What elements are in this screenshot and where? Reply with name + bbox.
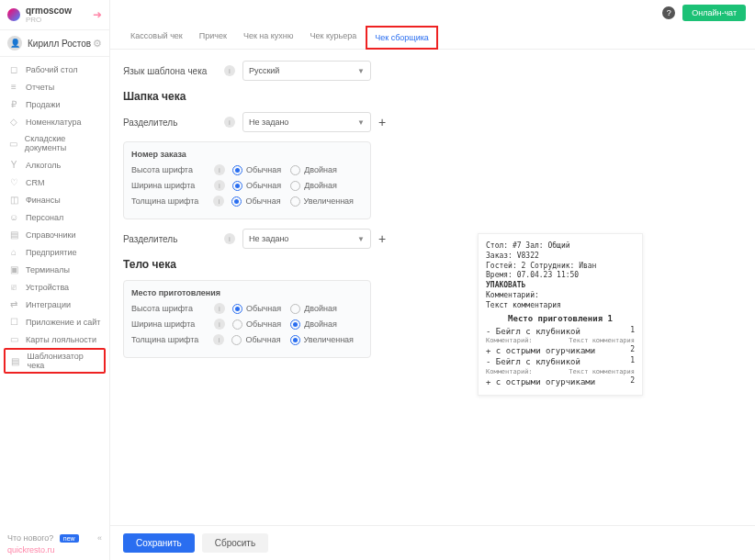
nav-icon: ⎚: [7, 282, 20, 292]
sidebar-item-9[interactable]: ▤Справочники: [0, 226, 109, 243]
nav-label: Складские документы: [25, 134, 102, 152]
sep-label: Разделитель: [123, 234, 224, 244]
sidebar-item-1[interactable]: ≡Отчеты: [0, 78, 109, 95]
org-sub: PRO: [26, 16, 93, 24]
tab-3[interactable]: Чек курьера: [303, 26, 365, 49]
radio-w-double[interactable]: Двойная: [290, 181, 337, 191]
info-icon[interactable]: i: [224, 65, 235, 76]
tab-0[interactable]: Кассовый чек: [123, 26, 190, 49]
radio-w-normal[interactable]: Обычная: [232, 181, 281, 191]
nav-icon: ◫: [7, 195, 20, 205]
sidebar: qrmoscow PRO ➜ 👤 Кирилл Ростов ⚙ ◻Рабочи…: [0, 0, 110, 560]
sidebar-item-13[interactable]: ⇄Интеграции: [0, 296, 109, 313]
nav-icon: ▭: [7, 334, 20, 344]
info-icon[interactable]: i: [214, 180, 225, 191]
domain-link[interactable]: quickresto.ru: [7, 545, 102, 554]
info-icon[interactable]: i: [214, 164, 225, 175]
radio-t-normal[interactable]: Обычная: [231, 335, 280, 345]
radio-h-normal[interactable]: Обычная: [232, 304, 281, 314]
add-separator-button[interactable]: +: [378, 231, 386, 246]
save-button[interactable]: Сохранить: [123, 533, 195, 553]
separator-select-1[interactable]: Не задано ▼: [242, 112, 371, 132]
nav-label: Отчеты: [26, 83, 54, 92]
sidebar-item-0[interactable]: ◻Рабочий стол: [0, 61, 109, 78]
sidebar-item-10[interactable]: ⌂Предприятие: [0, 243, 109, 261]
sidebar-item-14[interactable]: ☐Приложение и сайт: [0, 313, 109, 330]
radio-t-normal[interactable]: Обычная: [231, 196, 280, 207]
sidebar-item-4[interactable]: ▭Складские документы: [0, 130, 109, 156]
help-icon[interactable]: ?: [662, 6, 675, 19]
radio-dot-icon: [232, 181, 242, 191]
radio-dot-icon: [290, 196, 300, 207]
sidebar-item-6[interactable]: ♡CRM: [0, 174, 109, 191]
nav-label: Алкоголь: [26, 161, 61, 170]
sidebar-item-15[interactable]: ▭Карты лояльности: [0, 330, 109, 348]
info-icon[interactable]: i: [214, 319, 225, 330]
nav-icon: ☐: [7, 317, 20, 327]
radio-h-double[interactable]: Двойная: [290, 165, 337, 175]
radio-w-double[interactable]: Двойная: [290, 319, 337, 330]
add-separator-button[interactable]: +: [378, 115, 386, 129]
nav-icon: ◇: [7, 117, 20, 127]
tab-4[interactable]: Чек сборщика: [366, 26, 438, 50]
tab-2[interactable]: Чек на кухню: [236, 26, 301, 49]
nav-icon: ▤: [9, 356, 21, 366]
nav-icon: ▣: [7, 264, 20, 274]
nav-icon: ⌂: [7, 247, 20, 257]
sidebar-item-16[interactable]: ▤Шаблонизатор чека: [4, 348, 106, 374]
group-title: Номер заказа: [131, 150, 363, 159]
sidebar-item-2[interactable]: ₽Продажи: [0, 95, 109, 113]
whats-new-link[interactable]: Что нового?: [7, 533, 53, 543]
header-title: Шапка чека: [123, 90, 742, 103]
caret-down-icon: ▼: [357, 67, 365, 75]
nav-label: Номенклатура: [26, 118, 81, 127]
exit-icon[interactable]: ➜: [93, 8, 102, 21]
nav-icon: ⇄: [7, 299, 20, 309]
user-block[interactable]: 👤 Кирилл Ростов ⚙: [0, 30, 109, 57]
online-chat-button[interactable]: Онлайн-чат: [682, 5, 746, 21]
opt-label: Толщина шрифта: [131, 196, 213, 206]
radio-h-double[interactable]: Двойная: [290, 304, 337, 314]
gear-icon[interactable]: ⚙: [93, 38, 102, 50]
sidebar-item-11[interactable]: ▣Терминалы: [0, 261, 109, 278]
nav-label: Финансы: [26, 196, 61, 205]
radio-h-normal[interactable]: Обычная: [232, 165, 281, 175]
nav-icon: ≡: [7, 82, 20, 92]
sidebar-item-8[interactable]: ☺Персонал: [0, 208, 109, 226]
radio-w-normal[interactable]: Обычная: [232, 319, 281, 330]
nav-label: CRM: [26, 178, 45, 187]
radio-dot-icon: [231, 335, 242, 345]
opt-label: Ширина шрифта: [131, 181, 214, 190]
sidebar-item-12[interactable]: ⎚Устройства: [0, 278, 109, 296]
org-block[interactable]: qrmoscow PRO ➜: [0, 0, 109, 30]
nav-label: Интеграции: [26, 300, 71, 309]
body-title: Тело чека: [123, 258, 742, 271]
info-icon[interactable]: i: [213, 334, 224, 345]
nav-icon: ♡: [7, 177, 20, 187]
tab-1[interactable]: Причек: [192, 26, 234, 49]
radio-dot-icon: [290, 165, 300, 175]
group-cooking-place: Место приготовления Высота шрифтаiОбычна…: [123, 280, 371, 358]
info-icon[interactable]: i: [213, 196, 224, 207]
separator-select-2[interactable]: Не задано ▼: [242, 229, 371, 249]
sidebar-item-7[interactable]: ◫Финансы: [0, 191, 109, 208]
reset-button[interactable]: Сбросить: [202, 533, 268, 553]
nav-label: Рабочий стол: [26, 65, 78, 74]
radio-dot-icon: [290, 319, 300, 330]
nav-list: ◻Рабочий стол≡Отчеты₽Продажи◇Номенклатур…: [0, 57, 109, 528]
info-icon[interactable]: i: [224, 233, 235, 244]
collapse-icon[interactable]: «: [97, 533, 102, 543]
sep-label: Разделитель: [123, 118, 224, 128]
radio-dot-icon: [290, 181, 300, 191]
main: ? Онлайн-чат Кассовый чекПричекЧек на ку…: [110, 0, 755, 560]
radio-t-bold[interactable]: Увеличенная: [290, 335, 354, 345]
radio-t-bold[interactable]: Увеличенная: [290, 196, 354, 207]
nav-label: Карты лояльности: [26, 335, 96, 344]
info-icon[interactable]: i: [224, 117, 235, 128]
info-icon[interactable]: i: [214, 303, 225, 314]
nav-label: Шаблонизатор чека: [27, 352, 100, 370]
nav-label: Продажи: [26, 100, 61, 109]
sidebar-item-3[interactable]: ◇Номенклатура: [0, 113, 109, 130]
lang-select[interactable]: Русский ▼: [242, 61, 371, 81]
sidebar-item-5[interactable]: YАлкоголь: [0, 156, 109, 174]
